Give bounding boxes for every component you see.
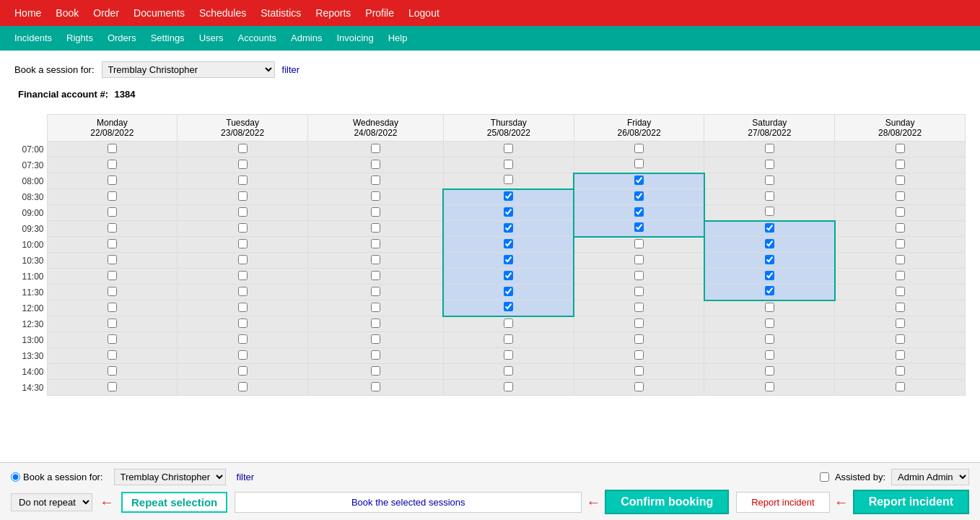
time-slot-checkbox[interactable] — [108, 318, 117, 328]
time-slot-checkbox[interactable] — [765, 144, 774, 153]
time-slot-checkbox[interactable] — [765, 350, 774, 360]
time-slot-checkbox[interactable] — [108, 160, 117, 169]
time-slot-checkbox[interactable] — [765, 366, 774, 376]
time-slot-checkbox[interactable] — [896, 382, 905, 391]
time-slot-checkbox[interactable] — [634, 271, 644, 280]
time-slot-checkbox[interactable] — [504, 334, 513, 344]
time-slot-checkbox[interactable] — [896, 350, 905, 360]
time-slot-checkbox[interactable] — [504, 350, 513, 360]
time-slot-checkbox[interactable] — [371, 144, 380, 153]
time-slot-checkbox[interactable] — [896, 303, 905, 312]
time-slot-checkbox[interactable] — [504, 160, 513, 169]
assisted-checkbox[interactable] — [820, 472, 829, 482]
subnav-incidents[interactable]: Incidents — [7, 26, 59, 51]
time-slot-checkbox[interactable] — [371, 382, 380, 391]
time-slot-checkbox[interactable] — [371, 207, 380, 217]
user-select[interactable]: Tremblay Christopher — [102, 61, 275, 78]
time-slot-checkbox[interactable] — [896, 176, 905, 185]
time-slot-checkbox[interactable] — [634, 350, 644, 360]
time-slot-checkbox[interactable] — [896, 271, 905, 280]
nav-order[interactable]: Order — [86, 0, 126, 26]
time-slot-checkbox[interactable] — [108, 366, 117, 376]
time-slot-checkbox[interactable] — [504, 271, 513, 280]
time-slot-checkbox[interactable] — [238, 334, 248, 344]
time-slot-checkbox[interactable] — [108, 191, 117, 201]
time-slot-checkbox[interactable] — [896, 239, 905, 248]
nav-profile[interactable]: Profile — [358, 0, 401, 26]
time-slot-checkbox[interactable] — [371, 287, 380, 296]
time-slot-checkbox[interactable] — [238, 303, 248, 312]
subnav-users[interactable]: Users — [192, 26, 231, 51]
time-slot-checkbox[interactable] — [238, 207, 248, 217]
time-slot-checkbox[interactable] — [634, 366, 644, 376]
bottom-filter-link[interactable]: filter — [237, 472, 255, 482]
time-slot-checkbox[interactable] — [765, 334, 774, 344]
time-slot-checkbox[interactable] — [371, 271, 380, 280]
time-slot-checkbox[interactable] — [238, 239, 248, 248]
time-slot-checkbox[interactable] — [371, 366, 380, 376]
time-slot-checkbox[interactable] — [504, 287, 513, 296]
time-slot-checkbox[interactable] — [634, 191, 644, 201]
time-slot-checkbox[interactable] — [504, 366, 513, 376]
time-slot-checkbox[interactable] — [238, 144, 248, 153]
time-slot-checkbox[interactable] — [896, 366, 905, 376]
time-slot-checkbox[interactable] — [634, 318, 644, 328]
time-slot-checkbox[interactable] — [108, 207, 117, 217]
time-slot-checkbox[interactable] — [765, 223, 774, 233]
subnav-orders[interactable]: Orders — [100, 26, 144, 51]
time-slot-checkbox[interactable] — [238, 287, 248, 296]
time-slot-checkbox[interactable] — [765, 271, 774, 280]
time-slot-checkbox[interactable] — [504, 175, 513, 184]
time-slot-checkbox[interactable] — [504, 191, 513, 201]
time-slot-checkbox[interactable] — [765, 191, 774, 201]
time-slot-checkbox[interactable] — [896, 160, 905, 169]
subnav-invoicing[interactable]: Invoicing — [329, 26, 380, 51]
time-slot-checkbox[interactable] — [634, 334, 644, 344]
bottom-user-select[interactable]: Tremblay Christopher — [114, 469, 226, 482]
time-slot-checkbox[interactable] — [765, 160, 774, 169]
time-slot-checkbox[interactable] — [634, 159, 644, 168]
subnav-settings[interactable]: Settings — [144, 26, 192, 51]
time-slot-checkbox[interactable] — [238, 366, 248, 376]
time-slot-checkbox[interactable] — [371, 239, 380, 248]
time-slot-checkbox[interactable] — [765, 382, 774, 391]
time-slot-checkbox[interactable] — [504, 144, 513, 153]
subnav-admins[interactable]: Admins — [284, 26, 329, 51]
time-slot-checkbox[interactable] — [504, 382, 513, 391]
time-slot-checkbox[interactable] — [765, 286, 774, 295]
time-slot-checkbox[interactable] — [108, 255, 117, 264]
time-slot-checkbox[interactable] — [634, 239, 644, 248]
nav-reports[interactable]: Reports — [308, 0, 358, 26]
time-slot-checkbox[interactable] — [238, 160, 248, 169]
book-for-radio[interactable] — [11, 472, 20, 482]
time-slot-checkbox[interactable] — [371, 176, 380, 185]
nav-book[interactable]: Book — [48, 0, 86, 26]
time-slot-checkbox[interactable] — [765, 176, 774, 185]
time-slot-checkbox[interactable] — [765, 207, 774, 216]
time-slot-checkbox[interactable] — [371, 160, 380, 169]
time-slot-checkbox[interactable] — [504, 239, 513, 248]
time-slot-checkbox[interactable] — [504, 302, 513, 311]
time-slot-checkbox[interactable] — [634, 144, 644, 153]
time-slot-checkbox[interactable] — [108, 144, 117, 153]
time-slot-checkbox[interactable] — [634, 255, 644, 264]
time-slot-checkbox[interactable] — [371, 303, 380, 312]
nav-logout[interactable]: Logout — [401, 0, 447, 26]
time-slot-checkbox[interactable] — [108, 382, 117, 391]
time-slot-checkbox[interactable] — [371, 191, 380, 201]
time-slot-checkbox[interactable] — [238, 223, 248, 233]
time-slot-checkbox[interactable] — [371, 334, 380, 344]
time-slot-checkbox[interactable] — [108, 223, 117, 233]
time-slot-checkbox[interactable] — [896, 223, 905, 233]
time-slot-checkbox[interactable] — [371, 255, 380, 264]
time-slot-checkbox[interactable] — [896, 287, 905, 296]
nav-statistics[interactable]: Statistics — [253, 0, 308, 26]
time-slot-checkbox[interactable] — [238, 271, 248, 280]
nav-home[interactable]: Home — [7, 0, 48, 26]
time-slot-checkbox[interactable] — [504, 255, 513, 264]
time-slot-checkbox[interactable] — [504, 223, 513, 233]
time-slot-checkbox[interactable] — [108, 271, 117, 280]
time-slot-checkbox[interactable] — [108, 350, 117, 360]
time-slot-checkbox[interactable] — [108, 287, 117, 296]
time-slot-checkbox[interactable] — [634, 176, 644, 185]
